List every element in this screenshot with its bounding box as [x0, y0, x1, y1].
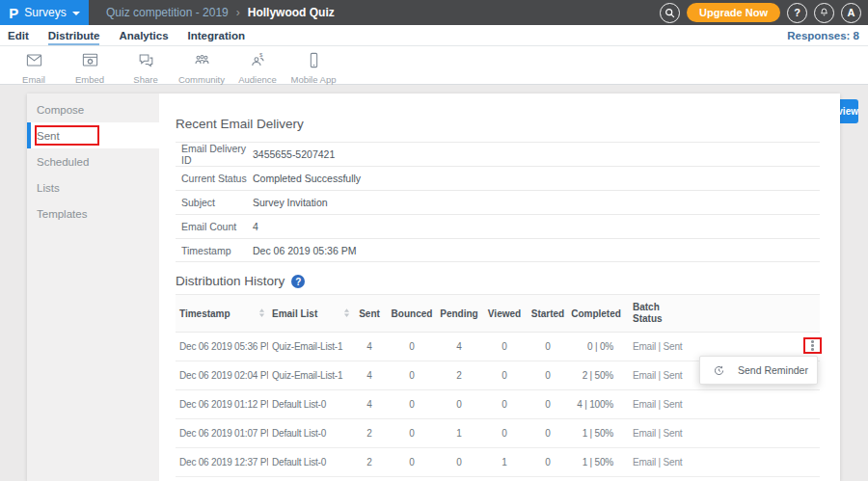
email-icon	[25, 51, 43, 73]
notifications-button[interactable]	[814, 3, 834, 23]
reminder-icon	[713, 364, 725, 377]
channel-audience[interactable]: $Audience	[230, 46, 285, 85]
column-header-started: Started	[529, 308, 567, 319]
cell-viewed: 0	[480, 341, 529, 352]
distribution-history-table: TimestampEmail ListSentBouncedPendingVie…	[176, 294, 820, 477]
share-icon	[137, 51, 155, 73]
column-header-email-list[interactable]: Email List	[268, 307, 353, 320]
questionpro-logo: P	[9, 5, 18, 21]
sidebar-item-sent[interactable]: Sent	[27, 122, 159, 148]
column-header-viewed: Viewed	[480, 308, 529, 319]
channel-community[interactable]: Community	[174, 46, 230, 85]
nav-tabs: EditDistributeAnalyticsIntegration	[0, 25, 245, 45]
cell-bounced: 0	[386, 370, 438, 381]
account-avatar[interactable]: A	[841, 3, 861, 23]
column-label: Started	[531, 308, 564, 319]
channel-label: Share	[133, 74, 157, 85]
surveys-menu[interactable]: P Surveys	[0, 0, 89, 25]
content-panel: ComposeSentScheduledListsTemplates Recen…	[27, 94, 840, 481]
channel-label: Audience	[238, 74, 277, 85]
breadcrumb-survey-name: Hollywood Quiz	[248, 6, 335, 19]
column-header-timestamp[interactable]: Timestamp	[176, 307, 268, 320]
cell-pending: 1	[438, 428, 480, 439]
column-header-sent: Sent	[353, 308, 386, 319]
cell-sent: 4	[353, 370, 386, 381]
nav-tab-analytics[interactable]: Analytics	[119, 26, 168, 45]
field-value: Dec 06 2019 05:36 PM	[253, 245, 356, 256]
cell-started: 0	[529, 341, 567, 352]
channel-embed[interactable]: Embed	[62, 46, 118, 85]
cell-completed: 0 | 0%	[567, 341, 625, 352]
history-row-3: Dec 06 2019 01:07 PMDefault List-0201001…	[176, 419, 820, 448]
field-label: Subject	[176, 197, 253, 208]
search-button[interactable]	[660, 3, 680, 23]
cell-viewed: 0	[480, 370, 529, 381]
column-label: Timestamp	[179, 308, 231, 319]
column-label: Email List	[272, 308, 317, 319]
upgrade-now-button[interactable]: Upgrade Now	[687, 3, 780, 22]
row-menu-kebab-icon[interactable]	[803, 337, 822, 354]
responses-count-link[interactable]: Responses: 8	[787, 30, 868, 41]
field-label: Email Delivery ID	[176, 143, 253, 166]
cell-completed: 4 | 100%	[567, 399, 625, 410]
delivery-field-email-count: Email Count4	[176, 214, 820, 238]
bell-icon	[819, 7, 829, 18]
cell-timestamp: Dec 06 2019 01:12 PM	[176, 399, 268, 410]
search-icon	[665, 8, 675, 18]
top-header: P Surveys Quiz competition - 2019 › Holl…	[0, 0, 868, 25]
audience-icon: $	[249, 51, 267, 73]
column-header-batch-status: Batch Status	[625, 302, 820, 325]
cell-started: 0	[529, 399, 567, 410]
cell-started: 0	[529, 370, 567, 381]
help-button[interactable]: ?	[787, 3, 807, 23]
sidebar-item-templates[interactable]: Templates	[27, 200, 159, 227]
cell-sent: 4	[353, 341, 386, 352]
sidebar-item-lists[interactable]: Lists	[27, 174, 159, 200]
cell-pending: 4	[438, 341, 480, 352]
cell-timestamp: Dec 06 2019 05:36 PM	[176, 341, 268, 352]
sidebar-item-scheduled[interactable]: Scheduled	[27, 148, 159, 174]
field-value: Survey Invitation	[253, 197, 328, 208]
sidebar-item-compose[interactable]: Compose	[27, 96, 159, 122]
help-icon[interactable]: ?	[291, 275, 305, 288]
column-header-completed: Completed	[567, 308, 625, 319]
column-header-pending: Pending	[438, 308, 480, 319]
cell-sent: 2	[353, 457, 386, 468]
channel-mobile-app[interactable]: Mobile App	[285, 46, 341, 85]
cell-completed: 1 | 50%	[567, 457, 625, 468]
nav-tab-edit[interactable]: Edit	[8, 26, 29, 45]
cell-bounced: 0	[386, 399, 438, 410]
field-value: 3455655-5207421	[253, 148, 335, 160]
history-row-4: Dec 06 2019 12:37 PMDefault List-0200101…	[176, 448, 820, 477]
cell-batch-status: Email | Sent	[625, 457, 820, 468]
cell-email-list: Default List-0	[268, 428, 353, 439]
question-mark-icon: ?	[794, 7, 800, 18]
sort-icon	[343, 307, 350, 318]
cell-completed: 1 | 50%	[567, 428, 625, 439]
column-label: Batch Status	[629, 302, 669, 325]
cell-viewed: 0	[480, 428, 529, 439]
survey-nav: EditDistributeAnalyticsIntegration Respo…	[0, 25, 868, 46]
channel-email[interactable]: Email	[6, 46, 62, 85]
cell-email-list: Default List-0	[268, 457, 353, 468]
send-reminder-menu-item[interactable]: Send Reminder	[738, 364, 808, 376]
nav-tab-integration[interactable]: Integration	[188, 26, 245, 45]
cell-email-list: Quiz-Email-List-1	[268, 370, 353, 381]
nav-tab-distribute[interactable]: Distribute	[48, 26, 100, 45]
cell-email-list: Quiz-Email-List-1	[268, 341, 353, 352]
mobileapp-icon	[305, 51, 323, 73]
chevron-down-icon	[72, 12, 80, 15]
breadcrumb-folder[interactable]: Quiz competition - 2019	[106, 6, 229, 19]
surveys-menu-label: Surveys	[24, 6, 66, 19]
column-header-bounced: Bounced	[386, 308, 438, 319]
delivery-field-email-delivery-id: Email Delivery ID3455655-5207421	[176, 142, 820, 166]
cell-viewed: 0	[480, 399, 529, 410]
cell-started: 0	[529, 457, 567, 468]
embed-icon	[81, 51, 99, 73]
channel-label: Email	[22, 74, 45, 85]
channel-label: Community	[178, 74, 225, 85]
channel-share[interactable]: Share	[118, 46, 174, 85]
community-icon	[193, 51, 211, 73]
sidebar-item-label: Compose	[37, 104, 84, 116]
cell-sent: 4	[353, 399, 386, 410]
